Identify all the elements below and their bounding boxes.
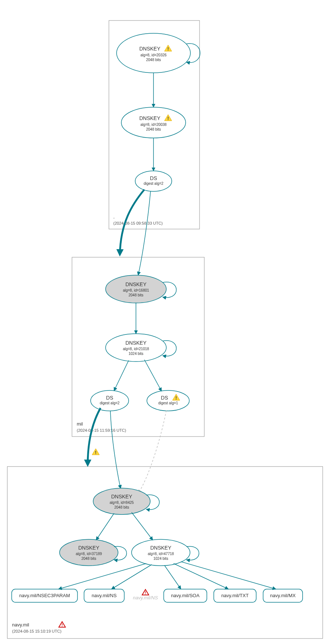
node-bits: 1024 bits	[153, 557, 168, 561]
node-bits: 2048 bits	[129, 293, 144, 297]
svg-point-9	[147, 390, 189, 411]
node-ds-mil-1[interactable]: DS digest alg=2	[91, 390, 129, 411]
node-bits: 2048 bits	[114, 505, 129, 509]
zone-root-name: .	[113, 214, 115, 220]
zone-mil-name: mil	[77, 421, 83, 427]
record-ns-error: navy.mil/NS	[133, 589, 158, 600]
record-label: navy.mil/NSEC3PARAM	[19, 593, 70, 598]
node-sub: alg=8, id=37189	[76, 552, 102, 556]
node-sub: alg=8, id=20326	[140, 53, 167, 57]
node-bits: 2048 bits	[146, 58, 161, 62]
dnssec-authentication-graph: ! ! . (2024-08-15 09:58:33 UTC) DNSKEY a…	[0, 0, 330, 644]
node-sub: digest alg=2	[144, 181, 164, 186]
node-bits: 2048 bits	[146, 127, 161, 131]
warning-icon	[92, 449, 99, 455]
record-nsec3param[interactable]: navy.mil/NSEC3PARAM	[12, 589, 77, 602]
node-sub: digest alg=1	[158, 401, 178, 405]
record-label: navy.mil/NS	[133, 595, 158, 600]
edge	[181, 562, 276, 589]
record-label: navy.mil/SOA	[171, 593, 200, 598]
node-sub: alg=8, id=16801	[123, 288, 149, 292]
edge	[114, 360, 129, 391]
zone-root-timestamp: (2024-08-15 09:58:33 UTC)	[113, 221, 163, 225]
record-mx[interactable]: navy.mil/MX	[263, 589, 303, 602]
edge	[164, 565, 181, 589]
node-title: DNSKEY	[125, 340, 147, 346]
record-soa[interactable]: navy.mil/SOA	[164, 589, 207, 602]
node-title: DNSKEY	[78, 545, 99, 551]
edge	[111, 565, 152, 589]
edge	[138, 191, 151, 275]
error-icon	[142, 589, 149, 595]
edge	[132, 512, 153, 540]
zone-mil-timestamp: (2024-08-15 11:59:16 UTC)	[77, 428, 126, 433]
node-dnskey-root-zsk[interactable]: DNSKEY alg=8, id=20038 2048 bits	[121, 107, 186, 138]
edge	[96, 513, 114, 540]
node-sub: digest alg=2	[100, 401, 120, 405]
error-icon	[59, 622, 65, 627]
edge	[144, 360, 162, 391]
node-title: DNSKEY	[139, 46, 160, 52]
node-ds-root[interactable]: DS digest alg=2	[135, 171, 172, 191]
node-dnskey-mil-ksk[interactable]: DNSKEY alg=8, id=16801 2048 bits	[106, 275, 166, 303]
node-title: DNSKEY	[139, 115, 160, 121]
node-title: DS	[161, 395, 168, 401]
node-title: DNSKEY	[111, 494, 132, 499]
node-title: DS	[106, 395, 113, 401]
edge-dashed	[138, 411, 166, 493]
svg-point-5	[135, 171, 172, 191]
zone-navy-name: navy.mil	[12, 622, 29, 628]
node-sub: alg=8, id=21018	[123, 347, 149, 351]
edge	[58, 564, 146, 589]
node-title: DNSKEY	[150, 545, 171, 551]
node-dnskey-navy-ksk[interactable]: DNSKEY alg=8, id=8425 2048 bits	[93, 488, 150, 514]
svg-point-8	[91, 390, 129, 411]
node-dnskey-mil-zsk[interactable]: DNSKEY alg=8, id=21018 1024 bits	[106, 334, 166, 362]
node-bits: 1024 bits	[129, 352, 144, 356]
record-ns[interactable]: navy.mil/NS	[84, 589, 124, 602]
record-label: navy.mil/MX	[270, 593, 296, 598]
node-sub: alg=8, id=20038	[140, 123, 167, 127]
node-sub: alg=8, id=8425	[110, 501, 134, 505]
node-dnskey-navy-zsk1[interactable]: DNSKEY alg=8, id=37189 2048 bits	[60, 539, 118, 566]
node-dnskey-root-ksk[interactable]: DNSKEY alg=8, id=20326 2048 bits	[117, 33, 190, 73]
edge	[110, 411, 121, 488]
node-sub: alg=8, id=47718	[148, 552, 174, 556]
zone-navy-timestamp: (2024-08-15 15:10:19 UTC)	[12, 629, 61, 633]
record-txt[interactable]: navy.mil/TXT	[214, 589, 256, 602]
record-label: navy.mil/NS	[92, 593, 117, 598]
record-label: navy.mil/TXT	[221, 593, 249, 598]
node-ds-mil-2[interactable]: DS digest alg=1	[147, 390, 189, 411]
node-title: DS	[150, 175, 157, 181]
node-bits: 2048 bits	[81, 557, 96, 561]
node-title: DNSKEY	[125, 281, 147, 287]
